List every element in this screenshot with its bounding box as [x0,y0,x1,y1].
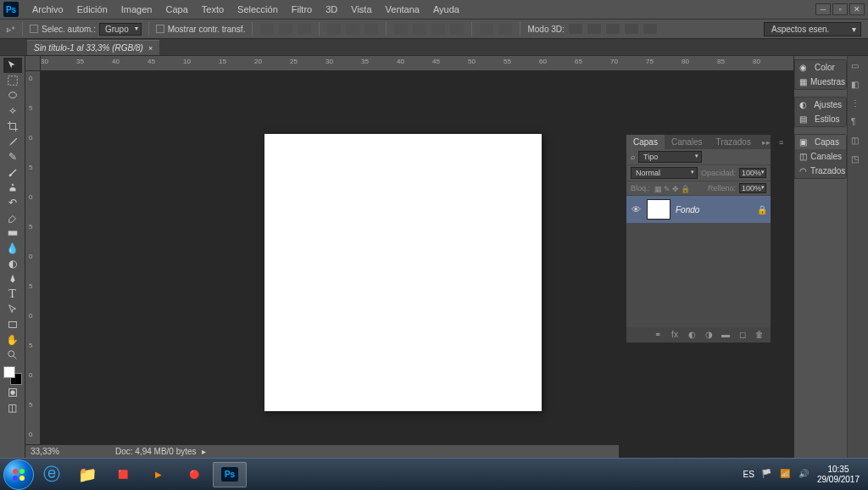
pen-tool[interactable] [3,271,22,287]
taskbar-explorer-icon[interactable]: 📁 [70,462,104,487]
taskbar-ie-icon[interactable]: ⓔ [35,462,69,487]
trash-icon[interactable]: 🗑 [754,330,765,340]
properties-icon[interactable]: ◧ [851,80,865,93]
filter-adjustment-icon[interactable] [718,152,728,162]
paragraph-icon[interactable]: ¶ [851,117,865,131]
panel-color[interactable]: ◉Color [795,60,846,75]
maximize-button[interactable]: ▫ [832,3,848,15]
menu-selección[interactable]: Selección [231,1,285,18]
menu-imagen[interactable]: Imagen [114,1,159,18]
healing-brush-tool[interactable]: ✎ [3,149,22,164]
fill-value[interactable]: 100%▾ [739,183,766,193]
close-tab-icon[interactable]: × [148,44,153,53]
tray-flag-icon[interactable]: 🏳️ [761,469,773,481]
opacity-value[interactable]: 100%▾ [739,168,766,178]
panel-swatches[interactable]: ▦Muestras [795,75,846,89]
workspace-dropdown[interactable]: Aspectos esen. [764,22,861,36]
menu-3d[interactable]: 3D [319,1,344,18]
mode3d-icon[interactable] [624,23,639,35]
menu-capa[interactable]: Capa [159,1,194,18]
move-tool[interactable] [3,58,22,73]
blur-tool[interactable]: 💧 [3,241,22,256]
panel-channels[interactable]: ◫Canales [795,149,846,164]
mask-icon[interactable]: ◐ [686,330,698,340]
panel-adjustments[interactable]: ◐Ajustes [795,97,846,112]
panel-layers[interactable]: ▣Capas [795,135,846,149]
mode3d-icon[interactable] [605,23,620,35]
menu-ventana[interactable]: Ventana [379,1,426,18]
link-layers-icon[interactable]: ⚭ [652,330,664,340]
layer-thumbnail[interactable] [647,199,670,220]
menu-filtro[interactable]: Filtro [285,1,319,18]
mode3d-icon[interactable] [587,23,602,35]
menu-vista[interactable]: Vista [344,1,378,18]
filter-type-icon[interactable] [731,152,741,162]
panel-menu-icon[interactable]: ≡ [775,136,787,148]
gradient-tool[interactable] [3,226,22,241]
brush-tool[interactable] [3,164,22,180]
foreground-color-swatch[interactable] [3,366,15,378]
filter-kind-dropdown[interactable]: Tipo [638,151,702,163]
minimize-button[interactable]: ─ [815,3,831,15]
path-selection-tool[interactable] [3,302,22,317]
layer-row[interactable]: 👁 Fondo 🔒 [626,196,771,223]
taskbar-app-icon[interactable]: 🟥 [106,462,140,487]
auto-select-checkbox[interactable] [30,25,38,33]
tray-volume-icon[interactable]: 🔊 [798,469,810,481]
show-transform-checkbox[interactable] [156,25,164,33]
tab-layers[interactable]: Capas [626,135,665,149]
menu-archivo[interactable]: Archivo [25,1,70,18]
tab-channels[interactable]: Canales [665,135,709,149]
menu-edición[interactable]: Edición [70,1,114,18]
group-icon[interactable]: ▬ [720,330,732,340]
panel-paths[interactable]: ◠Trazados [795,164,846,178]
lasso-tool[interactable] [3,88,22,103]
blend-mode-dropdown[interactable]: Normal [631,167,698,179]
taskbar-chrome-icon[interactable]: 🔴 [177,462,211,487]
cube-icon[interactable]: ◳ [851,154,865,168]
history-icon[interactable]: ▭ [851,61,865,75]
adjustment-layer-icon[interactable]: ◑ [703,330,715,340]
zoom-level[interactable]: 33,33% [31,447,81,456]
lock-icon[interactable]: 🔒 [757,205,767,214]
magic-wand-tool[interactable]: ✧ [3,103,22,119]
extra-icon[interactable]: ◫ [851,136,865,149]
document-tab[interactable]: Sin título-1 al 33,3% (RGB/8) × [27,40,159,55]
filter-smart-icon[interactable] [756,152,766,162]
new-layer-icon[interactable]: ◻ [737,330,748,340]
fx-icon[interactable]: fx [669,330,681,340]
taskbar-photoshop-icon[interactable]: Ps [213,462,247,487]
status-chevron-icon[interactable]: ▸ [202,447,206,456]
clone-stamp-tool[interactable] [3,180,22,195]
type-tool[interactable]: T [3,287,22,302]
menu-texto[interactable]: Texto [195,1,231,18]
dodge-tool[interactable]: ◐ [3,256,22,271]
lock-buttons[interactable]: ▦✎✥🔒 [654,184,691,193]
mode3d-icon[interactable] [568,23,583,35]
quick-mask-toggle[interactable] [3,385,22,400]
filter-pixel-icon[interactable] [705,152,715,162]
filter-shape-icon[interactable] [743,152,754,162]
mode3d-icon[interactable] [643,23,658,35]
character-icon[interactable]: ⋮ [851,98,865,112]
panel-styles[interactable]: ▤Estilos [795,112,846,126]
group-dropdown[interactable]: Grupo [99,23,142,36]
layer-name[interactable]: Fondo [676,205,752,214]
tray-network-icon[interactable]: 📶 [780,469,792,481]
rectangle-tool[interactable] [3,317,22,332]
hand-tool[interactable]: ✋ [3,332,22,348]
menu-ayuda[interactable]: Ayuda [426,1,466,18]
panel-collapse-icon[interactable]: ▸▸ [758,136,775,148]
eraser-tool[interactable] [3,210,22,226]
document-info[interactable]: Doc: 4,94 MB/0 bytes [115,447,197,456]
history-brush-tool[interactable]: ↶ [3,195,22,210]
visibility-eye-icon[interactable]: 👁 [630,204,642,214]
tab-paths[interactable]: Trazados [709,135,758,149]
taskbar-wmp-icon[interactable]: ▶ [142,462,175,487]
close-button[interactable]: ✕ [849,3,865,15]
screen-mode-toggle[interactable]: ◫ [3,400,22,415]
language-indicator[interactable]: ES [743,470,754,479]
document-canvas[interactable] [264,134,542,411]
start-button[interactable] [3,459,34,490]
color-swatches[interactable] [3,366,22,385]
